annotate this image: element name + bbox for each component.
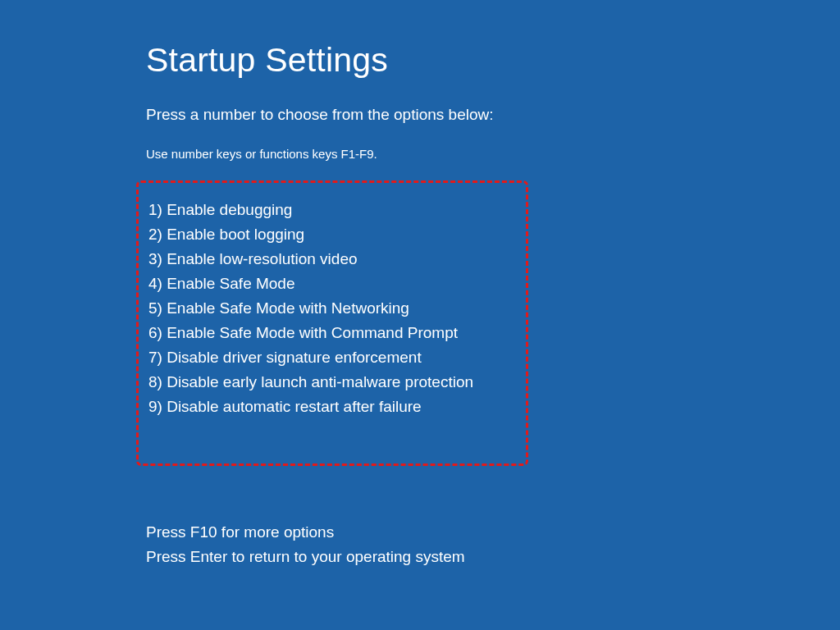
- option-6[interactable]: 6) Enable Safe Mode with Command Prompt: [145, 321, 519, 345]
- startup-settings-screen: Startup Settings Press a number to choos…: [0, 0, 840, 569]
- footer-instructions: Press F10 for more options Press Enter t…: [146, 520, 840, 569]
- keys-hint: Use number keys or functions keys F1-F9.: [146, 147, 840, 161]
- option-3[interactable]: 3) Enable low-resolution video: [145, 247, 519, 272]
- option-4[interactable]: 4) Enable Safe Mode: [145, 272, 519, 296]
- option-9[interactable]: 9) Disable automatic restart after failu…: [145, 395, 519, 419]
- option-7[interactable]: 7) Disable driver signature enforcement: [145, 345, 519, 370]
- more-options-hint: Press F10 for more options: [146, 520, 840, 545]
- option-1[interactable]: 1) Enable debugging: [145, 198, 519, 222]
- choose-prompt: Press a number to choose from the option…: [146, 106, 840, 124]
- return-hint: Press Enter to return to your operating …: [146, 545, 840, 569]
- option-2[interactable]: 2) Enable boot logging: [145, 222, 519, 247]
- options-list: 1) Enable debugging 2) Enable boot loggi…: [136, 180, 528, 466]
- page-title: Startup Settings: [146, 41, 840, 80]
- option-8[interactable]: 8) Disable early launch anti-malware pro…: [145, 370, 519, 395]
- option-5[interactable]: 5) Enable Safe Mode with Networking: [145, 296, 519, 321]
